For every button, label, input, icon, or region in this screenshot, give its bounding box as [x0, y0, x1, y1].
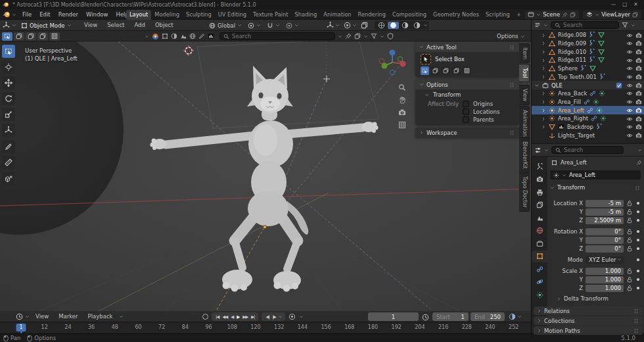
next-keyframe-button[interactable]: ▶▶ [241, 314, 249, 320]
origins-checkbox[interactable] [463, 101, 469, 107]
hide-eye-icon[interactable] [626, 124, 633, 130]
render-visibility-icon[interactable] [635, 124, 642, 130]
outliner-row[interactable]: Ridge.010 [532, 47, 644, 56]
menu-playback[interactable]: Playback [84, 311, 117, 322]
frame-start-field[interactable]: Start1 [432, 312, 469, 321]
lock-icon[interactable] [626, 276, 633, 283]
options-panel-header[interactable]: Options [415, 80, 519, 89]
filter-funnel-icon[interactable] [371, 33, 377, 39]
animate-dot[interactable] [637, 287, 639, 289]
select-mode-extend-button[interactable] [14, 32, 24, 41]
properties-search-input[interactable]: Search [551, 146, 624, 154]
hide-eye-icon[interactable] [626, 32, 633, 39]
tab-animation[interactable]: Animation [320, 10, 354, 20]
menu-view[interactable]: View [32, 311, 53, 322]
outliner-display-mode-icon[interactable] [534, 22, 541, 28]
tab-object-data[interactable] [532, 289, 547, 301]
grip-icon[interactable] [633, 308, 639, 314]
tab-physics[interactable] [532, 276, 547, 288]
pin-icon[interactable] [562, 12, 568, 18]
mesh-data-icon[interactable] [598, 40, 605, 47]
mode-new-button[interactable] [421, 66, 429, 75]
use-preview-range-icon[interactable] [422, 314, 429, 321]
expand-icon[interactable] [541, 49, 546, 55]
timeline-editor-icon[interactable] [16, 313, 23, 320]
hide-eye-icon[interactable] [626, 90, 633, 97]
menu-view[interactable]: View [80, 20, 101, 31]
hide-eye-icon[interactable] [626, 107, 633, 114]
chevron-down-icon[interactable] [637, 148, 642, 153]
tab-output[interactable] [532, 186, 547, 198]
timeline-ruler[interactable]: 1122436486072849610812013214415616818019… [0, 322, 531, 333]
expand-icon[interactable] [541, 41, 546, 46]
asset-category-brush-icon[interactable] [198, 33, 205, 39]
menu-add[interactable]: Add [130, 20, 149, 31]
collapse-icon[interactable] [534, 83, 540, 88]
menu-file[interactable]: File [18, 9, 35, 20]
expand-icon[interactable] [541, 99, 546, 105]
chevron-down-icon[interactable] [338, 34, 342, 39]
animate-dot[interactable] [637, 210, 639, 213]
hide-eye-icon[interactable] [626, 82, 633, 89]
expand-icon[interactable] [541, 66, 546, 71]
chevron-down-icon[interactable] [145, 34, 149, 39]
keying-set-icon[interactable] [288, 313, 296, 320]
outliner-row[interactable]: Lights_Target [532, 131, 644, 139]
expand-icon[interactable] [541, 58, 546, 63]
select-box-tool[interactable] [2, 45, 15, 58]
sidebar-tab-animation[interactable]: Animation [519, 106, 530, 141]
animate-dot[interactable] [637, 239, 639, 241]
maximize-button[interactable]: □ [619, 0, 630, 9]
next-frame-button[interactable]: |▶ [271, 314, 277, 320]
pivot-point-icon[interactable] [248, 22, 254, 29]
lock-icon[interactable] [626, 217, 633, 224]
copy-icon[interactable] [570, 12, 576, 18]
modifier-wrench-icon[interactable] [580, 65, 587, 72]
blenderkit-icon[interactable] [152, 33, 159, 40]
outliner-row[interactable]: Ridge.008 [532, 31, 644, 39]
outliner-row[interactable]: Area_Fill [532, 98, 644, 107]
prev-frame-button[interactable]: ◀| [264, 314, 270, 320]
play-reverse-button[interactable]: ◀ [229, 314, 235, 320]
navigation-gizmo[interactable] [377, 48, 407, 78]
lock-icon[interactable] [626, 228, 633, 235]
lock-icon[interactable] [626, 237, 633, 243]
animate-dot[interactable] [637, 278, 639, 281]
viewport-3d[interactable]: User Perspective (1) QLE | Area_Left [0, 41, 531, 311]
locations-checkbox[interactable] [463, 109, 469, 115]
scale-x-field[interactable]: 1.000 [586, 268, 624, 275]
sidebar-tab-topo-doctor[interactable]: Topo Doctor [519, 172, 530, 212]
select-mode-subtract-button[interactable] [26, 32, 36, 41]
play-button[interactable]: ▶ [235, 314, 241, 320]
sidebar-tab-blenderkit[interactable]: BlenderKit [519, 137, 530, 173]
lock-icon[interactable] [626, 285, 633, 291]
grip-icon[interactable] [509, 130, 515, 136]
zoom-icon[interactable] [397, 82, 407, 93]
hide-eye-icon[interactable] [626, 57, 633, 64]
expand-icon[interactable] [541, 91, 546, 96]
mesh-data-icon[interactable] [598, 32, 605, 38]
asset-category-model-icon[interactable] [162, 33, 168, 39]
outliner-row-collection[interactable]: QLE [532, 81, 644, 89]
mesh-data-icon[interactable] [598, 49, 605, 55]
animate-dot[interactable] [637, 202, 639, 205]
blender-menu-icon[interactable] [3, 11, 11, 18]
pan-hand-icon[interactable] [397, 95, 407, 105]
lock-icon[interactable] [626, 245, 633, 252]
tab-constraints[interactable] [532, 263, 547, 275]
grip-icon[interactable] [509, 82, 515, 88]
auto-key-record-button[interactable] [202, 314, 208, 320]
location-z-field[interactable]: 2.5009 m [586, 217, 624, 224]
light-data-icon[interactable] [599, 90, 605, 97]
editor-type-icon[interactable] [3, 22, 10, 29]
motion-paths-panel[interactable]: Motion Paths [534, 326, 643, 335]
tab-modeling[interactable]: Modeling [151, 10, 183, 20]
hide-eye-icon[interactable] [626, 40, 633, 47]
grip-icon[interactable] [633, 318, 639, 324]
rotation-y-field[interactable]: 0° [586, 237, 624, 244]
shading-solid-button[interactable] [388, 22, 399, 29]
hide-eye-icon[interactable] [626, 65, 633, 72]
asset-category-nodes-icon[interactable] [208, 33, 214, 39]
mode-intersect-button[interactable] [463, 66, 471, 75]
menu-window[interactable]: Window [82, 9, 112, 20]
